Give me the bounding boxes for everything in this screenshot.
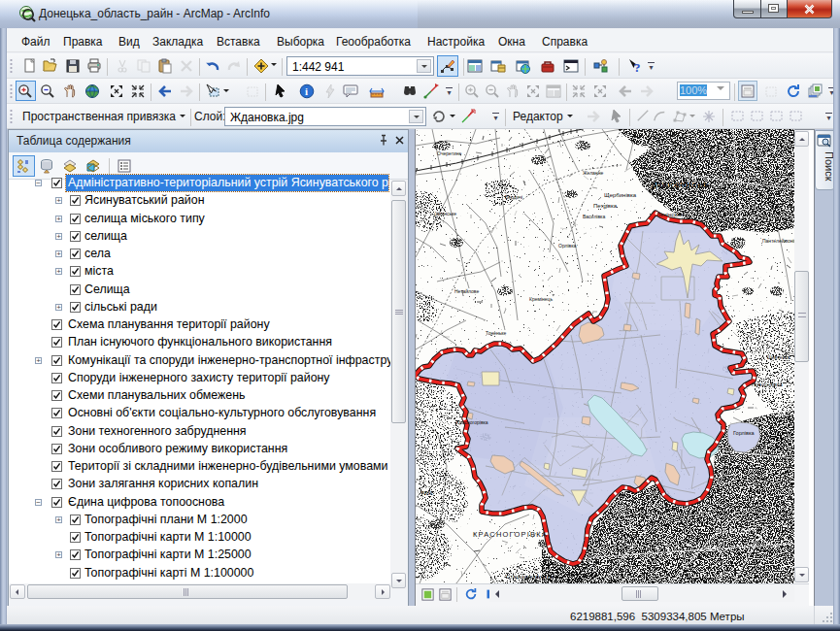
- svg-text:Нетайлове: Нетайлове: [454, 288, 479, 294]
- svg-text:Горлівка: Горлівка: [733, 430, 755, 436]
- svg-text:Шевченка: Шевченка: [767, 354, 790, 360]
- svg-text:МАКІЇВКА: МАКІЇВКА: [716, 527, 758, 534]
- svg-text:Кремінець: Кремінець: [529, 296, 553, 302]
- svg-text:ЧИК: ЧИК: [421, 490, 433, 496]
- svg-text:Старомихайлівка: Старомихайлівка: [506, 574, 554, 580]
- svg-text:Красногорівка: Красногорівка: [456, 419, 488, 425]
- svg-text:Щербинівка: Щербинівка: [604, 192, 637, 198]
- svg-text:Очеретине: Очеретине: [437, 150, 462, 156]
- svg-text:i: i: [305, 85, 308, 97]
- svg-text:Орлівка: Орлівка: [558, 243, 576, 249]
- svg-text:Бердичі: Бердичі: [505, 194, 522, 200]
- svg-text:Желанне: Желанне: [583, 170, 603, 176]
- svg-text:Уманське: Уманське: [435, 211, 456, 216]
- svg-text:Василівка: Василівка: [583, 214, 605, 219]
- svg-text:Ленінське: Ленінське: [656, 212, 684, 217]
- svg-text:Новоселівка: Новоселівка: [752, 382, 783, 387]
- svg-text:Тоненьке: Тоненьке: [486, 330, 507, 336]
- svg-text:КРАСНОГОРІВКА: КРАСНОГОРІВКА: [473, 530, 548, 539]
- svg-text:?: ?: [634, 60, 641, 74]
- svg-text:Петрівка: Петрівка: [593, 203, 618, 209]
- svg-text:ДЗЕРЖИНСЬК: ДЗЕРЖИНСЬК: [652, 182, 709, 189]
- svg-text:Пантелеймонівка: Пантелеймонівка: [762, 238, 794, 244]
